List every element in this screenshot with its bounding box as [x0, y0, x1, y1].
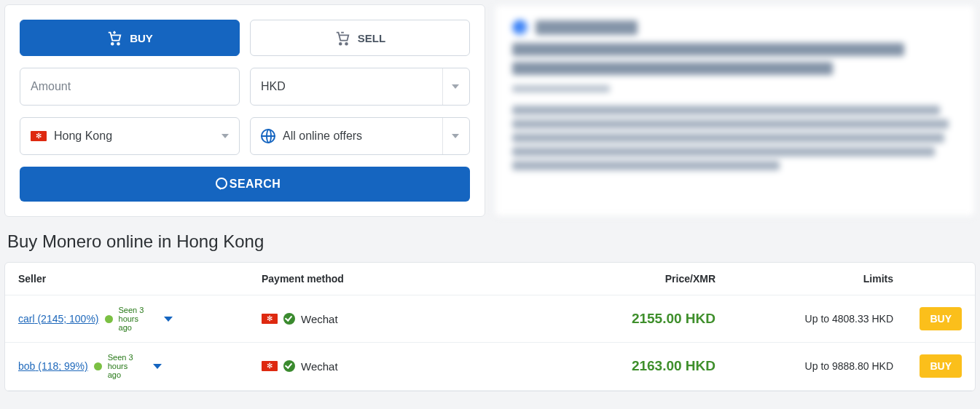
country-select[interactable]: Hong Kong	[20, 117, 240, 155]
flag-hk-icon	[262, 361, 278, 371]
online-status-icon	[105, 315, 113, 323]
sell-tab-label: SELL	[358, 32, 385, 44]
payment-filter-value: All online offers	[283, 130, 362, 143]
seen-text: Seen 3 hours ago	[119, 306, 151, 332]
sell-tab[interactable]: SELL	[250, 20, 470, 56]
price: 2155.00 HKD	[505, 311, 745, 327]
payment-filter-select[interactable]: All online offers	[250, 117, 470, 155]
seen-text: Seen 3 hours ago	[108, 353, 140, 379]
chevron-down-icon	[452, 134, 459, 138]
news-panel	[494, 4, 976, 217]
table-row: bob (118; 99%) Seen 3 hours ago Wechat 2…	[5, 343, 975, 390]
search-panel: BUY SELL HKD Hong Kong	[4, 4, 485, 217]
payment-method: Wechat	[301, 313, 338, 325]
svg-point-0	[111, 43, 114, 45]
seller-link[interactable]: carl (2145; 100%)	[18, 313, 99, 325]
col-price: Price/XMR	[505, 273, 745, 285]
search-button-label: SEARCH	[230, 178, 281, 191]
currency-value: HKD	[261, 80, 286, 93]
expand-row-icon[interactable]	[153, 364, 162, 369]
chevron-down-icon	[222, 134, 229, 138]
table-row: carl (2145; 100%) Seen 3 hours ago Wecha…	[5, 295, 975, 343]
table-header: Seller Payment method Price/XMR Limits	[5, 263, 975, 295]
col-payment: Payment method	[262, 273, 502, 285]
col-seller: Seller	[18, 273, 259, 285]
verified-icon	[283, 313, 295, 325]
limits: Up to 9888.80 HKD	[748, 360, 893, 372]
add-cart-icon	[106, 30, 122, 46]
country-value: Hong Kong	[54, 130, 112, 143]
flag-hk-icon	[31, 131, 47, 141]
currency-select[interactable]: HKD	[250, 68, 470, 106]
svg-point-2	[340, 43, 342, 45]
buy-tab[interactable]: BUY	[20, 20, 240, 56]
globe-icon	[261, 129, 275, 143]
buy-tab-label: BUY	[130, 32, 153, 44]
chevron-down-icon	[452, 84, 459, 89]
col-limits: Limits	[748, 273, 893, 285]
amount-input[interactable]	[31, 80, 229, 93]
price: 2163.00 HKD	[505, 358, 745, 374]
buy-button[interactable]: BUY	[920, 354, 962, 378]
page-title: Buy Monero online in Hong Kong	[7, 231, 976, 252]
search-button[interactable]: SEARCH	[20, 167, 470, 202]
remove-cart-icon	[334, 30, 350, 46]
listings-table: Seller Payment method Price/XMR Limits c…	[4, 262, 976, 392]
svg-point-3	[345, 43, 348, 45]
search-icon	[209, 178, 222, 191]
payment-method: Wechat	[301, 360, 338, 373]
flag-hk-icon	[262, 314, 278, 324]
svg-point-1	[117, 43, 119, 45]
buy-button[interactable]: BUY	[920, 307, 962, 330]
expand-row-icon[interactable]	[164, 317, 173, 322]
amount-field-wrap[interactable]	[20, 68, 240, 106]
online-status-icon	[94, 362, 102, 370]
seller-link[interactable]: bob (118; 99%)	[18, 360, 88, 372]
limits: Up to 4808.33 HKD	[748, 313, 893, 325]
verified-icon	[283, 360, 295, 372]
news-icon	[512, 20, 528, 36]
